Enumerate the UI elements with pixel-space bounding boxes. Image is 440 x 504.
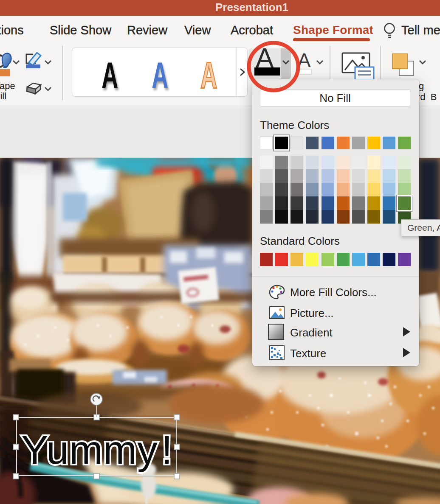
svg-text:Yummy!: Yummy!: [21, 427, 173, 472]
